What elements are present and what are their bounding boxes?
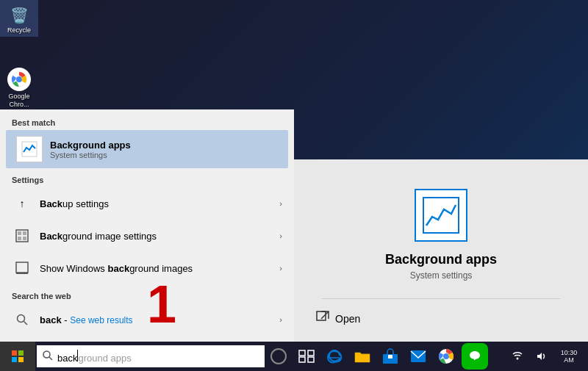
best-match-icon [16, 136, 43, 162]
show-windows-text: Show Windows background images [40, 263, 279, 274]
line-button[interactable] [462, 343, 488, 370]
svg-point-1 [16, 76, 22, 82]
system-tray: 10:30 AM [503, 342, 588, 371]
backup-settings-item[interactable]: ↑ Backup settings › [0, 187, 294, 220]
best-match-subtitle: System settings [50, 151, 131, 159]
svg-rect-9 [18, 237, 21, 240]
best-match-bold: Back [50, 140, 73, 151]
taskbar-chrome-button[interactable] [432, 342, 460, 371]
svg-point-31 [443, 353, 449, 359]
cortana-button[interactable] [265, 342, 293, 371]
web-search-icon [12, 309, 32, 330]
svg-rect-7 [18, 231, 21, 235]
svg-rect-29 [411, 350, 426, 362]
task-view-button[interactable] [293, 342, 320, 371]
search-input[interactable]: background apps [57, 350, 259, 364]
bg-image-icon [12, 226, 32, 246]
svg-rect-25 [299, 357, 305, 362]
detail-app-subtitle: System settings [410, 270, 473, 281]
clock-tray[interactable]: 10:30 AM [554, 342, 584, 371]
settings-label: Settings [0, 168, 294, 187]
desktop: 🗑️ Recycle GoogleChro... 👤 SSPAccou... O… [0, 0, 588, 371]
open-label: Open [335, 313, 360, 325]
svg-line-16 [24, 322, 28, 325]
open-icon [316, 311, 329, 327]
svg-rect-10 [23, 237, 26, 240]
bg-image-settings-text: Background image settings [40, 231, 279, 242]
svg-rect-12 [16, 273, 28, 274]
volume-tray-icon[interactable] [531, 342, 551, 371]
recycle-bin-icon: 🗑️ [8, 4, 30, 26]
detail-app-name-bold: Back [385, 252, 417, 267]
detail-divider [322, 298, 560, 299]
windows-bg-icon [12, 258, 32, 278]
desktop-icon-chrome[interactable]: GoogleChro... [0, 65, 38, 112]
detail-app-icon [415, 189, 467, 242]
svg-rect-24 [308, 350, 314, 356]
mail-button[interactable] [404, 342, 432, 371]
svg-point-33 [517, 358, 519, 360]
backup-arrow-icon: › [279, 199, 282, 208]
best-match-label: Best match [0, 115, 294, 130]
svg-point-21 [43, 351, 50, 358]
windows-bg-arrow-icon: › [279, 264, 282, 273]
network-tray-icon[interactable] [507, 342, 528, 371]
detail-app-name: Background apps [385, 252, 497, 267]
background-image-settings-item[interactable]: Background image settings › [0, 220, 294, 252]
best-match-item[interactable]: Background apps System settings [6, 130, 288, 168]
taskbar: background apps [0, 342, 588, 371]
best-match-rest: ground apps [73, 140, 131, 151]
open-button[interactable]: Open [316, 311, 360, 327]
recycle-bin-label: Recycle [7, 26, 31, 34]
svg-line-20 [321, 311, 329, 319]
annotation-number-1: 1 [147, 274, 176, 334]
cortana-icon [270, 348, 287, 364]
search-typed-text: back [57, 353, 77, 364]
svg-rect-11 [16, 262, 28, 273]
file-explorer-button[interactable] [348, 342, 376, 371]
edge-button[interactable] [320, 342, 348, 371]
svg-rect-26 [308, 357, 314, 362]
taskbar-search-bar[interactable]: background apps [37, 345, 265, 367]
search-remaining-text: ground apps [78, 353, 131, 364]
svg-point-15 [18, 315, 25, 323]
store-button[interactable] [376, 342, 404, 371]
bg-image-arrow-icon: › [279, 231, 282, 240]
desktop-icon-recycle[interactable]: 🗑️ Recycle [0, 0, 38, 37]
svg-rect-28 [388, 355, 392, 359]
detail-panel: 2 Background apps System settings Open [294, 159, 588, 342]
taskbar-search-icon [43, 350, 53, 363]
chrome-icon [7, 68, 31, 91]
backup-settings-text: Backup settings [40, 198, 279, 209]
svg-line-22 [49, 357, 52, 360]
web-arrow-icon: › [279, 315, 282, 324]
start-button[interactable] [0, 342, 35, 371]
best-match-text: Background apps System settings [50, 140, 131, 159]
chrome-label: GoogleChro... [8, 93, 29, 109]
svg-rect-23 [299, 350, 305, 356]
windows-icon [12, 350, 24, 362]
detail-app-name-rest: ground apps [417, 252, 497, 267]
backup-icon: ↑ [12, 193, 32, 214]
svg-rect-8 [23, 231, 26, 235]
